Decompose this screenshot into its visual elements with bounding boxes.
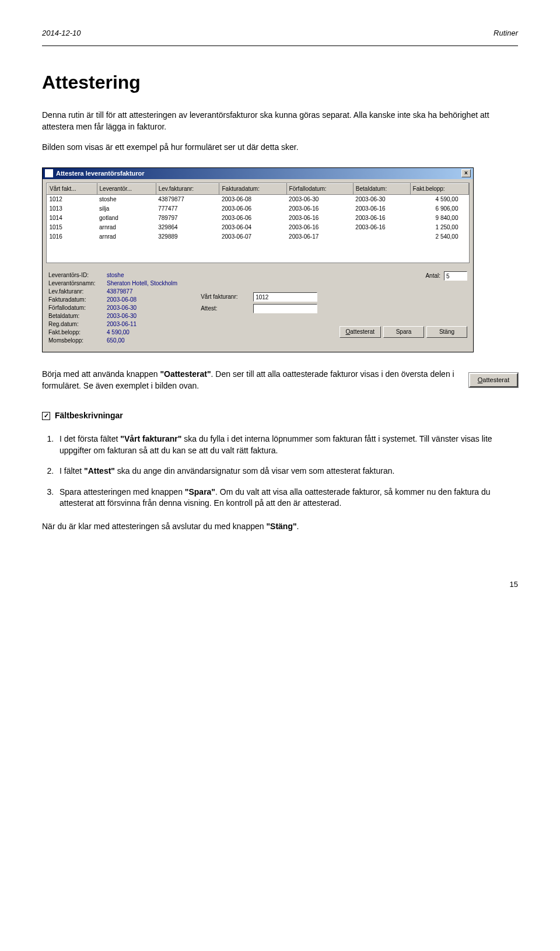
col-lev-fakturanr[interactable]: Lev.fakturanr:: [156, 184, 219, 195]
intro-block: Denna rutin är till för att attesteringe…: [42, 110, 518, 153]
middle-paragraph: Börja med att använda knappen "Oattester…: [42, 369, 460, 391]
value-mb: 650,00: [107, 337, 125, 345]
value-lfnr: 43879877: [107, 288, 133, 296]
value-lid: stoshe: [107, 271, 124, 279]
col-faktbelopp[interactable]: Fakt.belopp:: [410, 184, 468, 195]
value-lname: Sheraton Hotell, Stockholm: [107, 279, 177, 288]
attest-label: Attest:: [201, 305, 253, 313]
table-row: 1015arnrad3298642003-06-042003-06-162003…: [47, 223, 469, 232]
label-mb: Momsbelopp:: [48, 337, 107, 345]
table-row: 1013silja7774772003-06-062003-06-162003-…: [47, 204, 469, 214]
vart-fakturanr-label: Vårt fakturanr:: [201, 293, 253, 301]
value-fdate: 2003-06-08: [107, 296, 136, 304]
dialog-icon: [45, 169, 53, 177]
label-fdate: Fakturadatum:: [48, 296, 107, 304]
label-lid: Leverantörs-ID:: [48, 271, 107, 279]
antal-label: Antal:: [425, 272, 440, 280]
table-row: 1014gotland7897972003-06-062003-06-16200…: [47, 214, 469, 223]
page-title: Attestering: [42, 69, 518, 96]
label-fb: Fakt.belopp:: [48, 328, 107, 337]
invoice-details: Leverantörs-ID:stoshe Leverantörsnamn:Sh…: [48, 271, 177, 345]
spara-button[interactable]: Spara: [383, 326, 424, 338]
value-ffdate: 2003-06-30: [107, 304, 136, 312]
list-item: I fältet "Attest" ska du ange din använd…: [56, 466, 518, 477]
field-descriptions-heading: ✓ Fältbeskrivningar: [42, 410, 518, 422]
oattesterat-button[interactable]: Oattesterat: [340, 326, 381, 338]
page-number: 15: [42, 579, 518, 590]
col-fakturadatum[interactable]: Fakturadatum:: [219, 184, 286, 195]
table-header-row: Vårt fakt... Leverantör... Lev.fakturanr…: [47, 184, 469, 195]
table-row: 1012stoshe438798772003-06-082003-06-3020…: [47, 195, 469, 205]
close-icon[interactable]: ×: [461, 169, 471, 177]
value-fb: 4 590,00: [107, 328, 130, 337]
label-ffdate: Förfallodatum:: [48, 304, 107, 312]
list-item: I det första fältet "Vårt fakturanr" ska…: [56, 433, 518, 456]
page-header: 2014-12-10 Rutiner: [42, 28, 518, 39]
header-divider: [42, 46, 518, 46]
label-rdate: Reg.datum:: [48, 320, 107, 328]
stang-button[interactable]: Stäng: [426, 326, 467, 338]
label-lname: Leverantörsnamn:: [48, 279, 107, 288]
col-betaldatum[interactable]: Betaldatum:: [353, 184, 410, 195]
dialog-titlebar: Attestera leverantörsfakturor ×: [43, 168, 473, 179]
value-rdate: 2003-06-11: [107, 320, 136, 328]
col-forfallodatum[interactable]: Förfallodatum:: [286, 184, 353, 195]
table-row: 1016arnrad3298892003-06-072003-06-172 54…: [47, 232, 469, 242]
intro-paragraph-1: Denna rutin är till för att attesteringe…: [42, 110, 518, 132]
antal-field[interactable]: [444, 271, 467, 281]
header-section: Rutiner: [494, 28, 518, 39]
col-vart-fakt[interactable]: Vårt fakt...: [47, 184, 97, 195]
check-icon: ✓: [42, 412, 50, 420]
header-date: 2014-12-10: [42, 28, 81, 39]
label-bdate: Betaldatum:: [48, 312, 107, 320]
col-leverantor[interactable]: Leverantör...: [97, 184, 156, 195]
closing-paragraph: När du är klar med attesteringen så avsl…: [42, 521, 518, 533]
field-descriptions-list: I det första fältet "Vårt fakturanr" ska…: [42, 433, 518, 509]
label-lfnr: Lev.fakturanr:: [48, 288, 107, 296]
invoice-table[interactable]: Vårt fakt... Leverantör... Lev.fakturanr…: [47, 183, 469, 242]
oattesterat-inline-button[interactable]: Oattesterat: [469, 373, 518, 387]
attest-dialog: Attestera leverantörsfakturor × Vårt fak…: [42, 167, 474, 352]
list-item: Spara attesteringen med knappen "Spara".…: [56, 487, 518, 509]
dialog-title: Attestera leverantörsfakturor: [56, 169, 145, 178]
attest-field[interactable]: [253, 304, 317, 313]
vart-fakturanr-field[interactable]: [253, 292, 317, 302]
value-bdate: 2003-06-30: [107, 312, 136, 320]
intro-paragraph-2: Bilden som visas är ett exempel på hur f…: [42, 142, 518, 153]
invoice-table-wrap: Vårt fakt... Leverantör... Lev.fakturanr…: [46, 183, 470, 263]
